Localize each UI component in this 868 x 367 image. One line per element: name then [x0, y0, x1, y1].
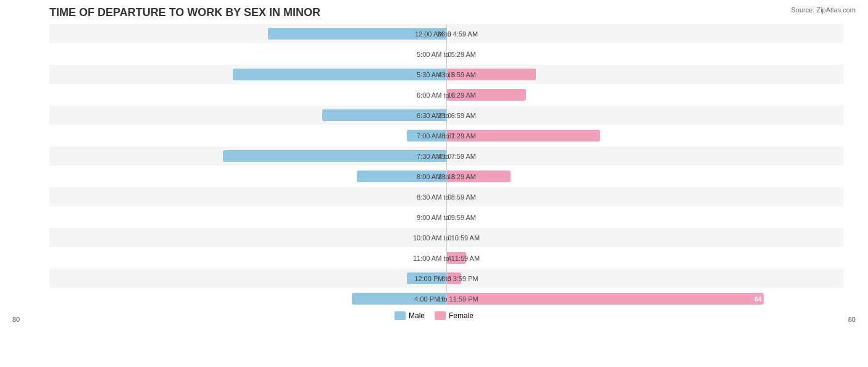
time-range-label: 9:00 AM to 9:59 AM: [417, 214, 476, 221]
female-bar-value: 64: [754, 295, 761, 302]
time-range-label: 11:00 AM to 11:59 AM: [413, 255, 480, 262]
axis-right-label: 80: [848, 316, 856, 323]
time-range-label: 7:00 AM to 7:29 AM: [417, 132, 476, 140]
time-range-label: 8:00 AM to 8:29 AM: [417, 173, 476, 180]
bars-wrapper: 3612:00 AM to 4:59 AM05:00 AM to 5:29 AM…: [49, 24, 843, 305]
time-range-label: 5:00 AM to 5:29 AM: [417, 51, 476, 58]
time-range-label: 5:30 AM to 5:59 AM: [417, 71, 476, 78]
female-bar: 64: [446, 293, 764, 305]
male-bar: [223, 150, 446, 162]
time-range-label: 12:00 AM to 4:59 AM: [415, 30, 478, 38]
time-range-label: 8:30 AM to 8:59 AM: [417, 193, 476, 201]
legend-female-box: [435, 311, 446, 320]
male-bar: [233, 69, 446, 80]
time-range-label: 4:00 PM to 11:59 PM: [414, 295, 478, 303]
legend-male: Male: [394, 311, 425, 320]
source-label: Source: ZipAtlas.com: [791, 6, 856, 14]
legend: Male Female: [394, 311, 474, 320]
time-range-label: 6:00 AM to 6:29 AM: [417, 91, 476, 99]
chart-title: TIME OF DEPARTURE TO WORK BY SEX IN MINO…: [12, 6, 856, 19]
chart-container: TIME OF DEPARTURE TO WORK BY SEX IN MINO…: [0, 0, 868, 367]
legend-female-label: Female: [449, 311, 474, 320]
time-range-label: 7:30 AM to 7:59 AM: [417, 153, 476, 160]
axis-left-label: 80: [12, 316, 20, 323]
time-range-label: 10:00 AM to 10:59 AM: [413, 234, 480, 242]
chart-area: 3612:00 AM to 4:59 AM05:00 AM to 5:29 AM…: [12, 24, 856, 323]
time-range-label: 12:00 PM to 3:59 PM: [414, 275, 478, 282]
time-range-label: 6:30 AM to 6:59 AM: [417, 112, 476, 119]
divider-line: [446, 24, 447, 305]
legend-male-box: [394, 311, 406, 320]
legend-female: Female: [435, 311, 474, 320]
legend-male-label: Male: [409, 311, 425, 320]
